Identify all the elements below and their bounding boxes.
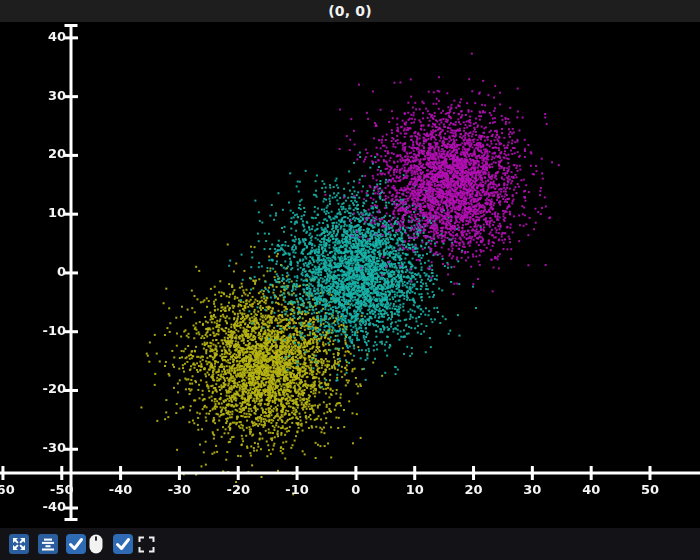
app-window: (0, 0) -60-50-40-30-20-1001020304050-40-… — [0, 0, 700, 560]
checkmark-icon — [114, 535, 132, 553]
mouse-icon — [88, 533, 104, 555]
fullscreen-checkbox[interactable] — [113, 534, 133, 554]
align-center-icon — [41, 537, 55, 551]
move-button[interactable] — [9, 534, 29, 554]
scatter-canvas[interactable] — [0, 22, 700, 528]
fullscreen-corners-icon[interactable] — [138, 536, 155, 553]
plot-title-bar: (0, 0) — [0, 0, 700, 22]
cursor-coordinates-readout: (0, 0) — [328, 3, 372, 19]
plot-area[interactable]: -60-50-40-30-20-1001020304050-40-30-20-1… — [0, 22, 700, 528]
mouse-capture-checkbox[interactable] — [66, 534, 86, 554]
arrows-out-icon — [12, 537, 26, 551]
toolbar — [0, 528, 700, 560]
align-center-button[interactable] — [38, 534, 58, 554]
checkmark-icon — [67, 535, 85, 553]
